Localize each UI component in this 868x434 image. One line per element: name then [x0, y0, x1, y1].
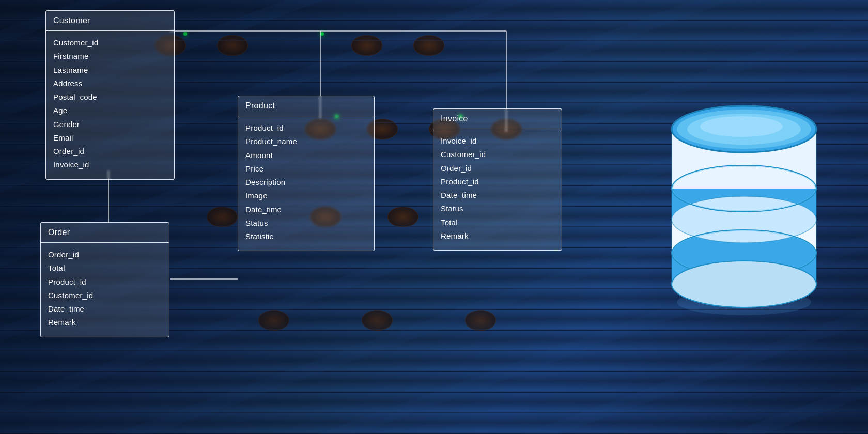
product-field-5: Description	[245, 176, 367, 189]
product-table-body: Product_id Product_name Amount Price Des…	[238, 116, 374, 251]
database-icon	[661, 67, 827, 315]
invoice-table: Invoice Invoice_id Customer_id Order_id …	[433, 109, 562, 251]
customer-table-body: Customer_id Firstname Lastname Address P…	[46, 31, 174, 179]
customer-field-10: Invoice_id	[53, 158, 167, 172]
customer-field-8: Email	[53, 131, 167, 145]
customer-field-7: Gender	[53, 118, 167, 131]
order-field-4: Customer_id	[48, 289, 162, 302]
customer-field-5: Postal_code	[53, 90, 167, 104]
invoice-table-header: Invoice	[433, 109, 562, 129]
order-field-5: Date_time	[48, 302, 162, 316]
invoice-field-1: Invoice_id	[441, 134, 554, 148]
customer-field-2: Firstname	[53, 50, 167, 63]
svg-point-19	[700, 116, 783, 137]
invoice-table-body: Invoice_id Customer_id Order_id Product_…	[433, 129, 562, 250]
customer-field-6: Age	[53, 104, 167, 117]
customer-field-3: Lastname	[53, 64, 167, 77]
order-table: Order Order_id Total Product_id Customer…	[40, 222, 169, 337]
invoice-field-6: Status	[441, 202, 554, 215]
product-table-header: Product	[238, 96, 374, 116]
order-table-header: Order	[41, 223, 169, 243]
customer-field-1: Customer_id	[53, 36, 167, 50]
order-field-3: Product_id	[48, 275, 162, 289]
product-field-6: Image	[245, 189, 367, 203]
product-field-7: Date_time	[245, 203, 367, 216]
order-field-6: Remark	[48, 316, 162, 329]
order-field-2: Total	[48, 261, 162, 275]
invoice-field-3: Order_id	[441, 162, 554, 175]
customer-table-header: Customer	[46, 11, 174, 31]
invoice-field-8: Remark	[441, 229, 554, 243]
product-field-3: Amount	[245, 149, 367, 162]
order-table-body: Order_id Total Product_id Customer_id Da…	[41, 243, 169, 337]
order-field-1: Order_id	[48, 248, 162, 261]
product-field-1: Product_id	[245, 121, 367, 135]
invoice-field-5: Date_time	[441, 189, 554, 202]
customer-field-9: Order_id	[53, 145, 167, 158]
product-field-9: Statistic	[245, 230, 367, 243]
customer-field-4: Address	[53, 77, 167, 90]
invoice-field-7: Total	[441, 216, 554, 229]
product-table: Product Product_id Product_name Amount P…	[238, 96, 375, 251]
product-field-4: Price	[245, 162, 367, 176]
invoice-field-2: Customer_id	[441, 148, 554, 161]
product-field-2: Product_name	[245, 135, 367, 148]
product-field-8: Status	[245, 216, 367, 230]
customer-table: Customer Customer_id Firstname Lastname …	[45, 10, 175, 180]
invoice-field-4: Product_id	[441, 175, 554, 189]
